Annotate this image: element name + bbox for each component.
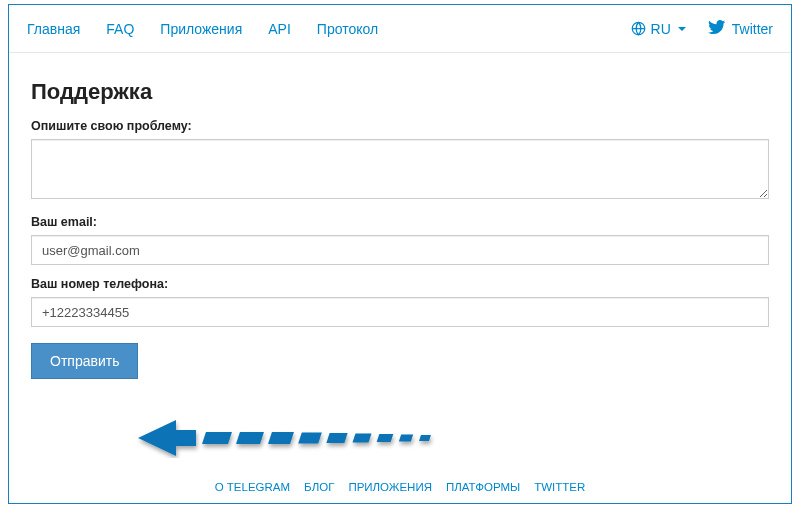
twitter-label: Twitter [732, 21, 773, 37]
svg-rect-3 [236, 432, 264, 444]
footer-link-apps[interactable]: ПРИЛОЖЕНИЯ [348, 481, 432, 493]
language-label: RU [651, 21, 671, 37]
svg-marker-1 [138, 420, 196, 456]
navbar: Главная FAQ Приложения API Протокол RU [9, 5, 791, 53]
chevron-down-icon [678, 27, 686, 31]
email-label: Ваш email: [31, 215, 769, 229]
footer-link-about[interactable]: О TELEGRAM [215, 481, 290, 493]
nav-link-apps[interactable]: Приложения [160, 21, 242, 37]
app-frame: Главная FAQ Приложения API Протокол RU [8, 4, 792, 504]
page-title: Поддержка [31, 79, 769, 105]
footer-link-twitter[interactable]: TWITTER [534, 481, 585, 493]
submit-button[interactable]: Отправить [31, 343, 138, 379]
footer-link-platforms[interactable]: ПЛАТФОРМЫ [446, 481, 520, 493]
svg-rect-2 [202, 432, 232, 444]
svg-rect-5 [298, 433, 322, 444]
problem-label: Опишите свою проблему: [31, 119, 769, 133]
svg-rect-7 [353, 434, 372, 443]
twitter-icon [708, 20, 726, 38]
svg-rect-10 [419, 435, 431, 441]
nav-link-protocol[interactable]: Протокол [317, 21, 378, 37]
footer: О TELEGRAM БЛОГ ПРИЛОЖЕНИЯ ПЛАТФОРМЫ TWI… [9, 481, 791, 493]
nav-link-api[interactable]: API [268, 21, 291, 37]
nav-link-faq[interactable]: FAQ [106, 21, 134, 37]
nav-right: RU Twitter [631, 20, 773, 38]
svg-rect-4 [268, 432, 294, 444]
phone-label: Ваш номер телефона: [31, 277, 769, 291]
email-field[interactable] [31, 235, 769, 265]
globe-icon [631, 21, 646, 36]
phone-field[interactable] [31, 297, 769, 327]
svg-rect-6 [326, 433, 347, 443]
content: Поддержка Опишите свою проблему: Ваш ema… [9, 53, 791, 379]
svg-rect-9 [399, 435, 413, 442]
footer-link-blog[interactable]: БЛОГ [304, 481, 334, 493]
language-selector[interactable]: RU [631, 21, 686, 37]
twitter-link[interactable]: Twitter [708, 20, 773, 38]
svg-rect-8 [377, 434, 394, 442]
problem-textarea[interactable] [31, 139, 769, 199]
nav-left: Главная FAQ Приложения API Протокол [27, 21, 378, 37]
arrow-annotation-icon [136, 418, 466, 458]
nav-link-home[interactable]: Главная [27, 21, 80, 37]
